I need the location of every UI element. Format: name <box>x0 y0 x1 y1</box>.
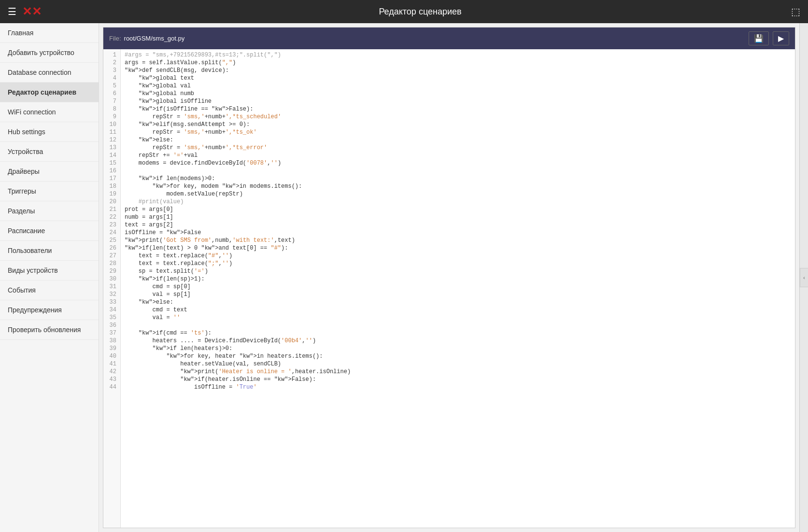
code-line: heaters .... = Device.findDeviceById('00… <box>125 337 791 345</box>
code-line: repStr = 'sms,'+numb+',*ts_ok' <box>125 128 791 136</box>
code-line: #args = "sms,+79215629893,#ts=13;".split… <box>125 51 791 59</box>
sidebar-item-events[interactable]: События <box>0 280 99 300</box>
line-number: 39 <box>107 345 116 352</box>
main-layout: Главная Добавить устройство Database con… <box>0 23 808 532</box>
line-number: 35 <box>107 314 116 322</box>
sidebar-item-home[interactable]: Главная <box>0 23 99 43</box>
code-line: "kw">for key, modem "kw">in modems.items… <box>125 182 791 190</box>
code-line: sp = text.split('=') <box>125 267 791 275</box>
code-line: "kw">global val <box>125 82 791 90</box>
code-line: cmd = text <box>125 306 791 314</box>
line-number: 31 <box>107 283 116 291</box>
code-line: repStr = 'sms,'+numb+',*ts_error' <box>125 144 791 152</box>
line-number: 20 <box>107 198 116 206</box>
code-line <box>125 167 791 175</box>
sidebar: Главная Добавить устройство Database con… <box>0 23 99 532</box>
sidebar-item-add-device[interactable]: Добавить устройство <box>0 43 99 63</box>
run-button[interactable]: ▶ <box>773 31 789 45</box>
code-line: cmd = sp[0] <box>125 283 791 291</box>
menu-icon[interactable]: ☰ <box>8 6 16 17</box>
line-number: 11 <box>107 128 116 136</box>
code-line: "kw">if(cmd == 'ts'): <box>125 329 791 337</box>
code-line: text = text.replace("#",'') <box>125 252 791 260</box>
line-number: 17 <box>107 175 116 182</box>
sidebar-item-hub-settings[interactable]: Hub settings <box>0 122 99 142</box>
line-number: 33 <box>107 298 116 306</box>
line-number: 44 <box>107 383 116 391</box>
code-line: "kw">else: <box>125 298 791 306</box>
line-number: 30 <box>107 275 116 283</box>
line-number: 7 <box>107 98 116 105</box>
code-line: heater.setValue(val, sendCLB) <box>125 360 791 368</box>
code-line: val = '' <box>125 314 791 322</box>
code-line: prot = args[0] <box>125 206 791 213</box>
line-number: 14 <box>107 152 116 159</box>
code-line: val = sp[1] <box>125 291 791 298</box>
line-number: 21 <box>107 206 116 213</box>
sidebar-item-users[interactable]: Пользователи <box>0 241 99 261</box>
line-number: 24 <box>107 229 116 237</box>
code-line: "kw">def sendCLB(msg, device): <box>125 67 791 74</box>
code-content[interactable]: #args = "sms,+79215629893,#ts=13;".split… <box>121 49 795 528</box>
code-line <box>125 322 791 329</box>
line-number: 5 <box>107 82 116 90</box>
right-panel: ‹ <box>799 23 808 532</box>
line-number: 13 <box>107 144 116 152</box>
line-number: 28 <box>107 260 116 267</box>
line-number: 34 <box>107 306 116 314</box>
file-header: File: root/GSM/sms_got.py 💾 ▶ <box>103 28 795 49</box>
line-number: 15 <box>107 159 116 167</box>
line-number: 41 <box>107 360 116 368</box>
line-number: 10 <box>107 121 116 128</box>
code-line: #print(value) <box>125 198 791 206</box>
code-line: isOffline = "kw">False <box>125 229 791 237</box>
line-number: 22 <box>107 213 116 221</box>
line-number: 16 <box>107 167 116 175</box>
code-line: "kw">elif(msg.sendAttempt >= 0): <box>125 121 791 128</box>
code-line: numb = args[1] <box>125 213 791 221</box>
sidebar-item-scenario-editor[interactable]: Редактор сценариев <box>0 83 99 102</box>
line-number: 18 <box>107 182 116 190</box>
sidebar-item-db-connection[interactable]: Database connection <box>0 63 99 83</box>
sidebar-item-triggers[interactable]: Триггеры <box>0 182 99 201</box>
sidebar-item-device-types[interactable]: Виды устройств <box>0 261 99 280</box>
page-title: Редактор сценариев <box>49 7 791 17</box>
code-line: repStr = 'sms,'+numb+',*ts_scheduled' <box>125 113 791 121</box>
line-number: 32 <box>107 291 116 298</box>
line-number: 40 <box>107 352 116 360</box>
code-line: "kw">for key, heater "kw">in heaters.ite… <box>125 352 791 360</box>
line-number: 9 <box>107 113 116 121</box>
line-number: 27 <box>107 252 116 260</box>
line-number: 4 <box>107 74 116 82</box>
code-area: 1234567891011121314151617181920212223242… <box>103 49 795 528</box>
sidebar-item-sections[interactable]: Разделы <box>0 201 99 221</box>
sidebar-item-schedule[interactable]: Расписание <box>0 221 99 241</box>
sidebar-item-wifi-connection[interactable]: WiFi connection <box>0 102 99 122</box>
file-path: root/GSM/sms_got.py <box>124 35 749 42</box>
save-button[interactable]: 💾 <box>749 31 769 45</box>
code-line: "kw">if(len(text) > 0 "kw">and text[0] =… <box>125 244 791 252</box>
line-number: 6 <box>107 90 116 98</box>
sidebar-item-drivers[interactable]: Драйверы <box>0 162 99 182</box>
file-actions: 💾 ▶ <box>749 31 789 45</box>
line-number: 12 <box>107 136 116 144</box>
code-line: repStr += '='+val <box>125 152 791 159</box>
line-number: 3 <box>107 67 116 74</box>
file-editor: File: root/GSM/sms_got.py 💾 ▶ 1234567891… <box>103 27 795 528</box>
code-line: "kw">if(heater.isOnline == "kw">False): <box>125 376 791 383</box>
sidebar-item-devices[interactable]: Устройства <box>0 142 99 162</box>
code-line: text = text.replace(";",'') <box>125 260 791 267</box>
exit-icon[interactable]: ⬚ <box>791 6 800 17</box>
topbar: ☰ ✕✕ Редактор сценариев ⬚ <box>0 0 808 23</box>
collapse-panel-button[interactable]: ‹ <box>800 268 808 287</box>
line-number: 26 <box>107 244 116 252</box>
line-numbers: 1234567891011121314151617181920212223242… <box>103 49 121 528</box>
code-line: modems = device.findDeviceById('0078',''… <box>125 159 791 167</box>
sidebar-item-check-updates[interactable]: Проверить обновления <box>0 320 99 340</box>
code-line: "kw">global text <box>125 74 791 82</box>
code-line: "kw">if len(modems)>0: <box>125 175 791 182</box>
line-number: 25 <box>107 237 116 244</box>
sidebar-item-warnings[interactable]: Предупреждения <box>0 300 99 320</box>
code-line: modem.setValue(repStr) <box>125 190 791 198</box>
code-line: args = self.lastValue.split(",") <box>125 59 791 67</box>
